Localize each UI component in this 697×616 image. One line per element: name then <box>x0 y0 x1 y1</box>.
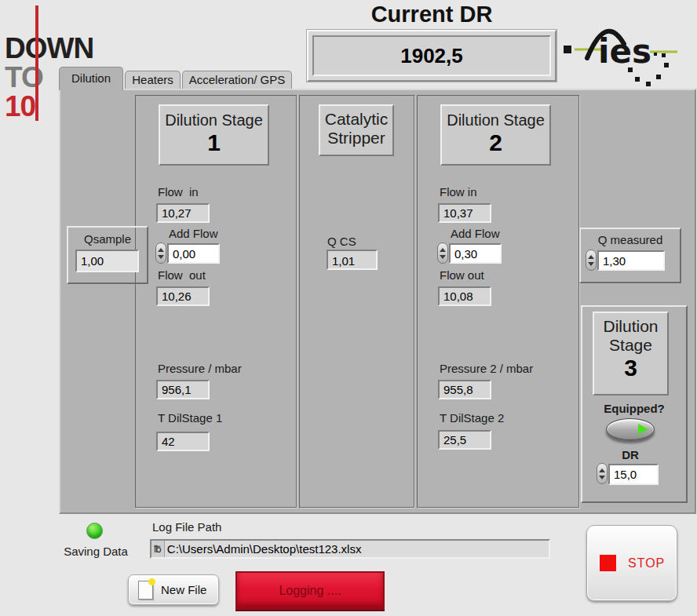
catalytic-title-line1: Catalytic <box>320 110 392 129</box>
current-dr-title: Current DR <box>314 2 549 27</box>
ies-square-icon <box>564 46 571 53</box>
dr-stepper[interactable] <box>597 463 608 484</box>
stage1-flow-out-label: Flow out <box>158 268 206 282</box>
catalytic-column <box>299 95 414 508</box>
tab-acceleration-gps[interactable]: Acceleration/ GPS <box>182 71 292 89</box>
logo-red-line <box>35 5 38 121</box>
qsample-label: Qsample <box>73 232 142 246</box>
stage2-header: Dilution Stage 2 <box>440 104 551 166</box>
equipped-label: Equipped? <box>582 402 686 415</box>
stop-button[interactable]: STOP <box>586 525 677 601</box>
log-file-path-label: Log File Path <box>152 520 221 534</box>
stage3-number: 3 <box>594 355 667 381</box>
saving-data-label: Saving Data <box>57 545 135 558</box>
stage1-pressure-value: 956,1 <box>156 380 210 399</box>
ies-logo-text: ies <box>598 32 651 71</box>
new-file-icon <box>138 581 153 600</box>
current-dr-value: 1902,5 <box>312 35 551 76</box>
ies-logo: ies <box>557 14 697 93</box>
stage2-flow-in-label: Flow in <box>440 185 477 199</box>
path-icon: ℔ <box>151 541 165 557</box>
qmeasured-label: Q measured <box>582 233 678 246</box>
dr-label: DR <box>582 448 678 461</box>
yellow-dot-icon <box>148 578 155 585</box>
qmeasured-stepper[interactable] <box>586 250 597 271</box>
green-arrow-icon <box>638 424 648 435</box>
stage1-flow-in-value: 10,27 <box>156 203 210 223</box>
stage1-flow-in-label: Flow in <box>158 185 199 199</box>
current-dr-display: 1902,5 <box>307 30 557 82</box>
tab-heaters[interactable]: Heaters <box>125 71 181 89</box>
qcs-value: 1,01 <box>327 250 378 270</box>
stage1-number: 1 <box>160 129 268 156</box>
stage2-add-flow-input[interactable]: 0,30 <box>449 243 502 264</box>
stage2-flow-out-label: Flow out <box>440 268 484 282</box>
stage1-add-flow-input[interactable]: 0,00 <box>167 243 220 264</box>
tab-dilution[interactable]: Dilution <box>59 67 123 90</box>
increment-icon <box>588 255 594 259</box>
decrement-icon <box>440 255 446 259</box>
decrement-icon <box>588 262 594 266</box>
logo-word-down: DOWN <box>5 34 93 63</box>
log-file-path-value: C:\Users\Admin\Desktop\test123.xlsx <box>167 542 362 556</box>
catalytic-header: Catalytic Stripper <box>319 104 394 156</box>
log-file-path-field[interactable]: ℔ C:\Users\Admin\Desktop\test123.xlsx <box>150 539 550 559</box>
stage2-temp-label: T DilStage 2 <box>440 411 504 425</box>
decrement-icon <box>599 476 605 479</box>
stage2-add-flow-stepper[interactable] <box>437 242 448 264</box>
increment-icon <box>440 248 446 252</box>
stage2-flow-out-value: 10,08 <box>438 286 491 306</box>
qmeasured-input[interactable]: 1,30 <box>597 250 665 271</box>
logging-label: Logging .... <box>279 584 341 597</box>
app-window: DOWN TO 10 Current DR 1902,5 ies Dilutio… <box>0 0 697 616</box>
qsample-value: 1,00 <box>75 250 139 272</box>
saving-data-led <box>86 523 103 539</box>
equipped-toggle-button[interactable] <box>606 418 655 440</box>
dr-input[interactable]: 15,0 <box>608 464 659 485</box>
stage2-pressure-value: 955,8 <box>438 380 491 399</box>
logging-button[interactable]: Logging .... <box>235 571 385 610</box>
stop-icon <box>600 555 616 571</box>
qcs-label: Q CS <box>327 235 356 248</box>
stage2-flow-in-value: 10,37 <box>438 203 491 223</box>
increment-icon <box>158 248 164 252</box>
stage3-title-line1: Dilution <box>594 317 667 336</box>
stage1-temp-label: T DilStage 1 <box>158 411 222 425</box>
stage2-title: Dilution Stage <box>442 111 549 129</box>
new-file-label: New File <box>161 583 206 596</box>
new-file-button[interactable]: New File <box>128 574 219 605</box>
stage2-temp-value: 25,5 <box>438 430 491 450</box>
stage2-add-flow-label: Add Flow <box>451 227 500 240</box>
stage3-header: Dilution Stage 3 <box>593 312 669 395</box>
decrement-icon <box>158 255 164 259</box>
stage1-add-flow-label: Add Flow <box>169 227 218 240</box>
catalytic-title-line2: Stripper <box>320 129 392 148</box>
stage1-pressure-label: Pressure / mbar <box>158 362 242 375</box>
stage3-title-line2: Stage <box>594 336 667 355</box>
stage2-number: 2 <box>442 129 549 156</box>
stage1-header: Dilution Stage 1 <box>159 104 269 166</box>
logo-word-10: 10 <box>5 92 93 121</box>
stage1-temp-value: 42 <box>156 432 210 451</box>
stage1-add-flow-stepper[interactable] <box>155 242 166 264</box>
stage1-title: Dilution Stage <box>160 111 268 129</box>
stage1-flow-out-value: 10,26 <box>156 286 210 306</box>
increment-icon <box>599 468 605 472</box>
stop-label: STOP <box>628 556 665 570</box>
stage2-pressure-label: Pressure 2 / mbar <box>440 362 533 375</box>
